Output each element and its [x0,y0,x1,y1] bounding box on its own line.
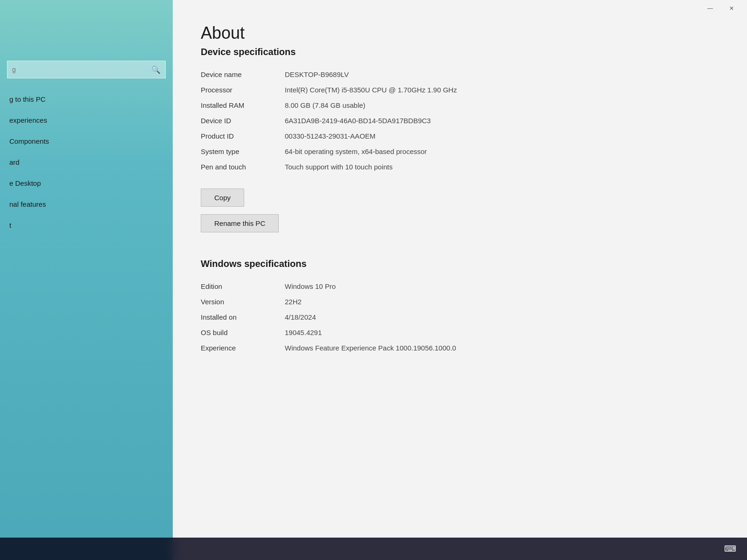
table-row: Device ID 6A31DA9B-2419-46A0-BD14-5DA917… [201,113,719,128]
spec-value-processor: Intel(R) Core(TM) i5-8350U CPU @ 1.70GHz… [285,86,719,94]
spec-label-installed-on: Installed on [201,313,275,321]
windows-specs-title: Windows specifications [201,259,719,269]
spec-value-experience: Windows Feature Experience Pack 1000.190… [285,344,719,352]
spec-label-product-id: Product ID [201,132,275,140]
spec-value-system-type: 64-bit operating system, x64-based proce… [285,147,719,155]
spec-value-device-id: 6A31DA9B-2419-46A0-BD14-5DA917BDB9C3 [285,117,719,125]
table-row: Processor Intel(R) Core(TM) i5-8350U CPU… [201,82,719,98]
sidebar-item-1[interactable]: experiences [0,110,173,131]
copy-button[interactable]: Copy [201,189,244,207]
sidebar-item-2[interactable]: Components [0,131,173,152]
sidebar-item-3[interactable]: ard [0,152,173,173]
spec-label-device-name: Device name [201,70,275,78]
main-panel: About Device specifications Device name … [173,0,747,560]
table-row: Experience Windows Feature Experience Pa… [201,340,719,356]
table-row: Product ID 00330-51243-29031-AAOEM [201,128,719,144]
device-specs-title: Device specifications [201,47,719,57]
search-icon: 🔍 [151,65,161,74]
table-row: Pen and touch Touch support with 10 touc… [201,159,719,175]
sidebar-item-4[interactable]: e Desktop [0,173,173,194]
table-row: Edition Windows 10 Pro [201,279,719,294]
taskbar: ⌨ [0,538,747,560]
spec-value-device-name: DESKTOP-B9689LV [285,70,719,78]
spec-label-system-type: System type [201,147,275,155]
rename-pc-button[interactable]: Rename this PC [201,214,279,232]
spec-label-pen-touch: Pen and touch [201,163,275,171]
table-row: System type 64-bit operating system, x64… [201,144,719,159]
page-title: About [201,23,719,43]
title-bar: — ✕ [173,0,747,17]
search-input[interactable] [12,66,151,73]
spec-value-edition: Windows 10 Pro [285,282,719,290]
table-row: Device name DESKTOP-B9689LV [201,67,719,82]
spec-value-os-build: 19045.4291 [285,329,719,336]
spec-value-ram: 8.00 GB (7.84 GB usable) [285,101,719,109]
table-row: OS build 19045.4291 [201,325,719,340]
spec-label-processor: Processor [201,86,275,94]
spec-label-experience: Experience [201,344,275,352]
spec-value-version: 22H2 [285,298,719,306]
spec-label-os-build: OS build [201,329,275,336]
spec-label-device-id: Device ID [201,117,275,125]
search-bar[interactable]: 🔍 [7,61,166,78]
sidebar-item-5[interactable]: nal features [0,194,173,215]
sidebar-item-0[interactable]: g to this PC [0,89,173,110]
table-row: Version 22H2 [201,294,719,309]
windows-specs-table: Edition Windows 10 Pro Version 22H2 Inst… [201,279,719,356]
sidebar-nav: g to this PC experiences Components ard … [0,89,173,236]
spec-label-edition: Edition [201,282,275,290]
spec-value-pen-touch: Touch support with 10 touch points [285,163,719,171]
table-row: Installed RAM 8.00 GB (7.84 GB usable) [201,98,719,113]
spec-value-installed-on: 4/18/2024 [285,313,719,321]
spec-label-version: Version [201,298,275,306]
sidebar: 🔍 g to this PC experiences Components ar… [0,0,173,560]
spec-value-product-id: 00330-51243-29031-AAOEM [285,132,719,140]
minimize-button[interactable]: — [699,1,721,16]
device-spec-buttons: Copy Rename this PC [201,189,719,240]
spec-label-ram: Installed RAM [201,101,275,109]
device-specs-table: Device name DESKTOP-B9689LV Processor In… [201,67,719,175]
table-row: Installed on 4/18/2024 [201,309,719,325]
taskbar-icon-keyboard[interactable]: ⌨ [723,541,738,556]
close-button[interactable]: ✕ [721,1,742,16]
sidebar-item-6[interactable]: t [0,215,173,236]
